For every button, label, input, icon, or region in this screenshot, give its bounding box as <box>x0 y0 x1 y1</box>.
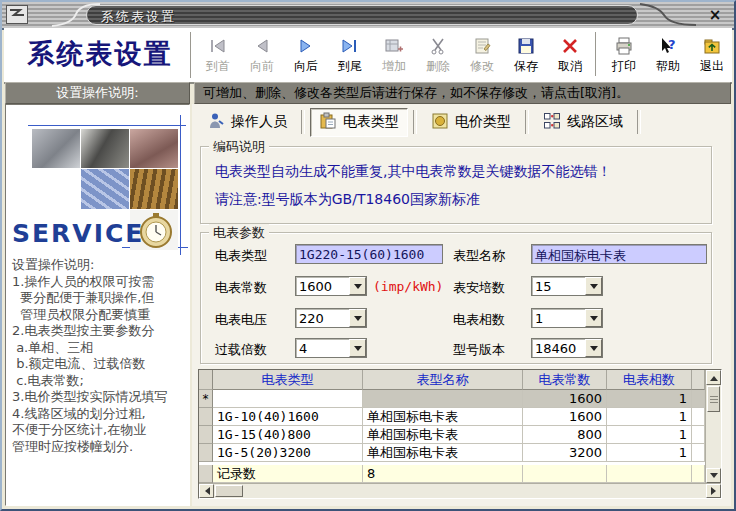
cell-constant[interactable]: 1600 <box>523 390 607 408</box>
meter-type-label: 电表类型 <box>215 247 267 265</box>
meter-type-field[interactable]: 1G220-15(60)1600 <box>295 244 443 264</box>
cell-model-name[interactable]: 单相国标电卡表 <box>363 444 523 462</box>
operator-icon <box>207 112 225 133</box>
tab-price-type[interactable]: 电价类型 <box>422 108 520 137</box>
cancel-button[interactable]: 取消 <box>548 30 592 80</box>
column-header-phase[interactable]: 电表相数 <box>607 370 692 390</box>
table-row[interactable]: 1G-10(40)1600 单相国标电卡表 1600 1 <box>199 408 705 426</box>
titlebar-swoosh2 <box>632 2 702 28</box>
cell-meter-type[interactable]: 1G-10(40)1600 <box>213 408 363 426</box>
tab-meter-type[interactable]: 电表类型 <box>310 108 408 137</box>
instruction-line: 1.操作人员的权限可按需 <box>12 274 154 289</box>
chevron-down-icon[interactable] <box>349 339 366 357</box>
toolbar-label: 到首 <box>206 58 230 75</box>
tab-operators[interactable]: 操作人员 <box>198 108 296 137</box>
exit-button[interactable]: 退出 <box>690 30 734 80</box>
help-icon: ? <box>658 35 678 57</box>
cell-meter-type[interactable]: 1G-5(20)3200 <box>213 444 363 462</box>
meter-constant-select[interactable]: 1600 <box>295 276 367 296</box>
tab-line-area[interactable]: 线路区域 <box>534 108 632 137</box>
scroll-down-button[interactable] <box>706 468 721 483</box>
vertical-scrollbar[interactable] <box>705 370 721 483</box>
cell-meter-type[interactable]: 1G-15(40)800 <box>213 426 363 444</box>
price-type-icon <box>431 112 449 133</box>
model-name-field[interactable]: 单相国标电卡表 <box>531 244 707 264</box>
header-bar: 系统表设置 到首 向前 向后 到尾 <box>4 28 732 84</box>
title-band: 系统表设置 <box>86 5 638 25</box>
column-header-model-name[interactable]: 表型名称 <box>363 370 523 390</box>
ampere-select[interactable]: 15 <box>531 276 603 296</box>
cell-constant[interactable]: 800 <box>523 426 607 444</box>
phase-label: 电表相数 <box>453 311 505 329</box>
scroll-right-button[interactable] <box>706 484 721 498</box>
save-button[interactable]: 保存 <box>504 30 548 80</box>
horizontal-scroll-thumb[interactable] <box>215 485 243 497</box>
tab-label: 操作人员 <box>231 113 287 131</box>
toolbar-label: 修改 <box>470 58 494 75</box>
row-selector[interactable]: * <box>199 390 213 408</box>
cell-phase[interactable]: 1 <box>607 390 692 408</box>
cell-model-name[interactable]: 单相国标电卡表 <box>363 408 523 426</box>
chevron-down-icon[interactable] <box>349 277 366 295</box>
scroll-up-button[interactable] <box>706 370 721 385</box>
cell-phase[interactable]: 1 <box>607 444 692 462</box>
voltage-value: 220 <box>296 311 349 326</box>
overload-select[interactable]: 4 <box>295 338 367 358</box>
meter-constant-unit: (imp/kWh) <box>373 279 443 294</box>
close-button[interactable]: × <box>706 6 724 24</box>
instruction-line: 管理员权限分配要慎重 <box>12 307 150 322</box>
cell-model-name[interactable]: 单相国标电卡表 <box>363 426 523 444</box>
chevron-down-icon[interactable] <box>585 277 602 295</box>
chevron-down-icon[interactable] <box>585 339 602 357</box>
cell-phase[interactable]: 1 <box>607 426 692 444</box>
model-version-select[interactable]: 18460 <box>531 338 603 358</box>
params-groupbox-title: 电表参数 <box>209 224 269 242</box>
line-area-icon <box>543 112 561 133</box>
ampere-label: 表安培数 <box>453 279 505 297</box>
vertical-scroll-thumb[interactable] <box>707 386 720 412</box>
grid-corner-cell <box>199 370 213 390</box>
horizontal-scroll-track[interactable] <box>244 484 706 498</box>
cell-model-name[interactable] <box>363 390 523 408</box>
tab-separator <box>525 110 529 134</box>
instruction-line: b.额定电流、过载倍数 <box>12 356 146 371</box>
meter-type-grid: 电表类型 表型名称 电表常数 电表相数 * 1600 1 <box>198 369 722 499</box>
cell-meter-type[interactable] <box>213 390 363 408</box>
column-header-constant[interactable]: 电表常数 <box>523 370 607 390</box>
last-button[interactable]: 到尾 <box>328 30 372 80</box>
vertical-scroll-track[interactable] <box>706 413 721 468</box>
params-groupbox: 电表参数 电表类型 1G220-15(60)1600 表型名称 单相国标电卡表 … <box>200 232 712 364</box>
row-selector[interactable] <box>199 444 213 462</box>
toolbar-label: 打印 <box>612 58 636 75</box>
first-button: 到首 <box>196 30 240 80</box>
table-row[interactable]: 1G-15(40)800 单相国标电卡表 800 1 <box>199 426 705 444</box>
main-panel: 操作人员 电表类型 电价类型 线路区域 <box>192 104 731 506</box>
ampere-value: 15 <box>532 279 585 294</box>
encoding-groupbox: 编码说明 电表类型自动生成不能重复,其中电表常数是关键数据不能选错！ 请注意:型… <box>200 146 712 224</box>
horizontal-scrollbar[interactable] <box>199 483 721 498</box>
sidebar-caption-text: 设置操作说明: <box>56 84 138 102</box>
voltage-select[interactable]: 220 <box>295 308 367 328</box>
scroll-left-button[interactable] <box>199 484 214 498</box>
phase-select[interactable]: 1 <box>531 308 603 328</box>
tab-label: 电价类型 <box>455 113 511 131</box>
row-selector[interactable] <box>199 426 213 444</box>
chevron-down-icon[interactable] <box>585 309 602 327</box>
cell-constant[interactable]: 1600 <box>523 408 607 426</box>
cell-phase[interactable]: 1 <box>607 408 692 426</box>
sidebar-caption: 设置操作说明: <box>5 82 190 104</box>
row-selector[interactable] <box>199 408 213 426</box>
model-name-label: 表型名称 <box>453 247 505 265</box>
help-button[interactable]: ? 帮助 <box>646 30 690 80</box>
chevron-down-icon[interactable] <box>349 309 366 327</box>
header-separator <box>190 32 194 78</box>
print-button[interactable]: 打印 <box>602 30 646 80</box>
column-header-meter-type[interactable]: 电表类型 <box>213 370 363 390</box>
next-button[interactable]: 向后 <box>284 30 328 80</box>
table-row[interactable]: 1G-5(20)3200 单相国标电卡表 3200 1 <box>199 444 705 462</box>
sidebar: SERVICE 设置操作说明: 1.操作人员的权限可按需 要分配便于兼职操作,但… <box>5 104 190 506</box>
edit-button: 修改 <box>460 30 504 80</box>
table-row[interactable]: * 1600 1 <box>199 390 705 408</box>
titlebar: 系统表设置 × <box>2 2 734 30</box>
cell-constant[interactable]: 3200 <box>523 444 607 462</box>
